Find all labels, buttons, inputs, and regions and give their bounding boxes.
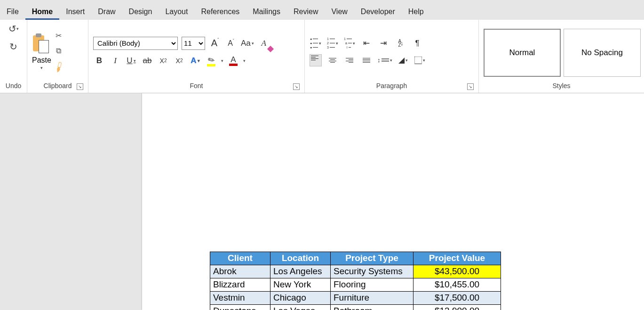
group-label-font: Font ↘ bbox=[93, 81, 300, 91]
copy-button[interactable]: ⧉ bbox=[56, 47, 61, 55]
strikethrough-button[interactable]: ab bbox=[141, 55, 153, 67]
tab-references[interactable]: References bbox=[194, 3, 246, 20]
chevron-down-icon[interactable]: ▾ bbox=[221, 58, 223, 63]
cell-project-value[interactable]: $10,455.00 bbox=[413, 278, 501, 292]
clipboard-launcher[interactable]: ↘ bbox=[77, 83, 83, 90]
line-spacing-icon: ↕ bbox=[377, 57, 381, 64]
header-location[interactable]: Location bbox=[270, 252, 331, 265]
tab-home[interactable]: Home bbox=[25, 3, 59, 20]
style-item-no-spacing[interactable]: No Spacing bbox=[564, 29, 641, 77]
tab-design[interactable]: Design bbox=[122, 3, 159, 20]
align-right-button[interactable] bbox=[343, 54, 356, 66]
multilevel-icon: 1ai bbox=[344, 37, 352, 49]
font-launcher[interactable]: ↘ bbox=[293, 83, 300, 90]
italic-button[interactable]: I bbox=[109, 55, 121, 67]
shrink-font-button[interactable]: Aˇ bbox=[225, 37, 237, 49]
borders-button[interactable]: ▾ bbox=[414, 54, 426, 66]
clear-formatting-button[interactable]: A bbox=[258, 37, 270, 49]
tab-view[interactable]: View bbox=[325, 3, 354, 20]
redo-button[interactable]: ↻ bbox=[8, 41, 20, 53]
tab-draw[interactable]: Draw bbox=[91, 3, 122, 20]
numbering-button[interactable]: 123 ▾ bbox=[326, 37, 339, 49]
superscript-button[interactable]: X2 bbox=[173, 55, 185, 67]
cell-project-type[interactable]: Furniture bbox=[331, 292, 413, 305]
align-left-icon bbox=[311, 56, 320, 60]
cell-project-type[interactable]: Flooring bbox=[331, 278, 413, 292]
group-clipboard: Paste ▾ ✂ ⧉ 🖌 Clipboard ↘ bbox=[27, 20, 88, 93]
borders-icon bbox=[414, 57, 422, 64]
cell-project-type[interactable]: Bathroom bbox=[331, 305, 413, 310]
redo-icon: ↻ bbox=[9, 41, 17, 52]
header-project-type[interactable]: Project Type bbox=[331, 252, 413, 265]
tab-review[interactable]: Review bbox=[287, 3, 325, 20]
shading-button[interactable]: ◢▾ bbox=[397, 54, 409, 66]
bucket-icon: ◢ bbox=[398, 55, 405, 65]
cell-project-value[interactable]: $13,900.00 bbox=[413, 305, 501, 310]
multilevel-list-button[interactable]: 1ai ▾ bbox=[343, 37, 356, 49]
tab-file[interactable]: File bbox=[0, 3, 25, 20]
cell-project-value[interactable]: $17,500.00 bbox=[413, 292, 501, 305]
cell-location[interactable]: Las Vegas bbox=[270, 305, 331, 310]
paste-button[interactable]: Paste ▾ bbox=[32, 33, 51, 70]
cell-location[interactable]: New York bbox=[270, 278, 331, 292]
grow-font-button[interactable]: Aˆ bbox=[209, 37, 221, 49]
format-painter-button[interactable]: 🖌 bbox=[52, 60, 66, 74]
cell-client[interactable]: Abrok bbox=[210, 265, 270, 278]
justify-button[interactable] bbox=[360, 54, 373, 66]
cell-project-type[interactable]: Security Systems bbox=[331, 265, 413, 278]
decrease-indent-button[interactable]: ⇤ bbox=[360, 37, 373, 49]
cell-client[interactable]: Blizzard bbox=[210, 278, 270, 292]
style-gallery: NormalNo Spacing bbox=[484, 27, 641, 77]
header-project-value[interactable]: Project Value bbox=[413, 252, 501, 265]
table-row[interactable]: DunestoneLas VegasBathroom$13,900.00 bbox=[210, 305, 501, 310]
underline-button[interactable]: U▾ bbox=[125, 55, 137, 67]
undo-button[interactable]: ↺ ▾ bbox=[8, 23, 20, 35]
table-header-row: Client Location Project Type Project Val… bbox=[210, 252, 501, 265]
highlight-color-button[interactable]: ✎ bbox=[205, 55, 217, 67]
table-row[interactable]: VestminChicagoFurniture$17,500.00 bbox=[210, 292, 501, 305]
change-case-button[interactable]: Aa▾ bbox=[241, 37, 254, 49]
tab-help[interactable]: Help bbox=[402, 3, 430, 20]
tab-mailings[interactable]: Mailings bbox=[246, 3, 287, 20]
group-styles: NormalNo Spacing Styles bbox=[479, 20, 644, 93]
font-color-swatch bbox=[229, 64, 238, 66]
paste-label: Paste bbox=[32, 56, 51, 65]
cell-project-value[interactable]: $43,500.00 bbox=[413, 265, 501, 278]
tab-layout[interactable]: Layout bbox=[159, 3, 194, 20]
show-marks-button[interactable]: ¶ bbox=[411, 37, 423, 49]
sort-button[interactable]: AZ↓ bbox=[394, 37, 406, 49]
tab-insert[interactable]: Insert bbox=[59, 3, 91, 20]
chevron-down-icon[interactable]: ▾ bbox=[243, 58, 246, 63]
tab-developer[interactable]: Developer bbox=[354, 3, 402, 20]
group-undo: ↺ ▾ ↻ Undo bbox=[0, 20, 27, 93]
table-row[interactable]: BlizzardNew YorkFlooring$10,455.00 bbox=[210, 278, 501, 292]
undo-icon: ↺ bbox=[8, 23, 16, 34]
cut-button[interactable]: ✂ bbox=[56, 31, 62, 40]
text-effects-button[interactable]: A▾ bbox=[189, 55, 201, 67]
group-paragraph: ●●● ▾ 123 ▾ 1ai ▾ ⇤ ⇥ bbox=[305, 20, 479, 93]
bullets-button[interactable]: ●●● ▾ bbox=[310, 37, 322, 49]
align-center-icon bbox=[329, 58, 336, 63]
line-spacing-button[interactable]: ↕ ▾ bbox=[377, 54, 392, 66]
align-center-button[interactable] bbox=[326, 54, 339, 66]
subscript-button[interactable]: X2 bbox=[157, 55, 169, 67]
paragraph-launcher[interactable]: ↘ bbox=[467, 83, 474, 90]
font-size-select[interactable]: 11 bbox=[182, 37, 205, 50]
header-client[interactable]: Client bbox=[210, 252, 270, 265]
group-font: Calibri (Body) 11 Aˆ Aˇ Aa▾ A bbox=[88, 20, 305, 93]
lines-icon bbox=[382, 58, 389, 62]
style-item-normal[interactable]: Normal bbox=[484, 29, 561, 77]
increase-indent-button[interactable]: ⇥ bbox=[377, 37, 390, 49]
align-left-button[interactable] bbox=[310, 54, 322, 66]
cell-location[interactable]: Chicago bbox=[270, 292, 331, 305]
font-color-button[interactable]: A bbox=[227, 55, 239, 67]
cell-location[interactable]: Los Angeles bbox=[270, 265, 331, 278]
cell-client[interactable]: Dunestone bbox=[210, 305, 270, 310]
cell-client[interactable]: Vestmin bbox=[210, 292, 270, 305]
bold-button[interactable]: B bbox=[93, 55, 105, 67]
font-name-select[interactable]: Calibri (Body) bbox=[93, 37, 178, 50]
project-table[interactable]: Client Location Project Type Project Val… bbox=[210, 252, 501, 310]
table-row[interactable]: AbrokLos AngelesSecurity Systems$43,500.… bbox=[210, 265, 501, 278]
ribbon: ↺ ▾ ↻ Undo Paste ▾ ✂ ⧉ 🖌 bbox=[0, 20, 644, 93]
bullets-icon: ●●● bbox=[310, 37, 318, 49]
